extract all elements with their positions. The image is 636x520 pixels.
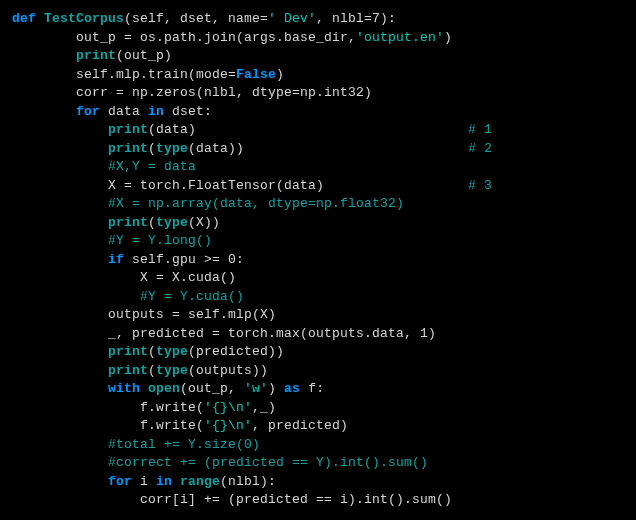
token: X = X.cuda() bbox=[140, 270, 236, 285]
token: dset: bbox=[164, 104, 212, 119]
token: ( bbox=[148, 141, 156, 156]
token: 'output.en' bbox=[356, 30, 444, 45]
token: TestCorpus bbox=[44, 11, 124, 26]
token: ' Dev' bbox=[268, 11, 316, 26]
token: print bbox=[108, 344, 148, 359]
token: corr = np.zeros(nlbl, dtype=np.int32) bbox=[76, 85, 372, 100]
token: self.mlp.train(mode= bbox=[76, 67, 236, 82]
token: f: bbox=[300, 381, 324, 396]
token: (data)) bbox=[188, 141, 244, 156]
token: (out_p, bbox=[180, 381, 244, 396]
token: _, predicted = torch.max(outputs.data, bbox=[108, 326, 420, 341]
token: print bbox=[108, 215, 148, 230]
token: , nlbl= bbox=[316, 11, 372, 26]
token: False bbox=[236, 67, 276, 82]
token: X = torch.FloatTensor(data) bbox=[108, 178, 324, 193]
token: , predicted) bbox=[252, 418, 348, 433]
token: in bbox=[148, 104, 164, 119]
token: range bbox=[180, 474, 220, 489]
token: ): bbox=[380, 11, 396, 26]
token: ) bbox=[276, 67, 284, 82]
token: corr[i] += (predicted == i).int().sum() bbox=[140, 492, 452, 507]
token: for bbox=[76, 104, 100, 119]
token: type bbox=[156, 141, 188, 156]
token: (predicted)) bbox=[188, 344, 284, 359]
token: type bbox=[156, 344, 188, 359]
token: (outputs)) bbox=[188, 363, 268, 378]
token: as bbox=[284, 381, 300, 396]
token: ) bbox=[268, 381, 284, 396]
token: open bbox=[148, 381, 180, 396]
token: in bbox=[156, 474, 172, 489]
token: '{}\n' bbox=[204, 400, 252, 415]
token: self.gpu >= bbox=[124, 252, 228, 267]
token: ) bbox=[444, 30, 452, 45]
token bbox=[172, 474, 180, 489]
trailing-comment: # 3 bbox=[468, 178, 492, 193]
token: #correct += (predicted == Y).int().sum() bbox=[108, 455, 428, 470]
token: (nlbl): bbox=[220, 474, 276, 489]
token: #total += Y.size(0) bbox=[108, 437, 260, 452]
token: print bbox=[108, 141, 148, 156]
token: ( bbox=[148, 363, 156, 378]
token: ,_) bbox=[252, 400, 276, 415]
token bbox=[140, 381, 148, 396]
token: 'w' bbox=[244, 381, 268, 396]
token: #Y = Y.long() bbox=[108, 233, 212, 248]
token: f.write( bbox=[140, 418, 204, 433]
token: : bbox=[236, 252, 244, 267]
token: ) bbox=[428, 326, 436, 341]
trailing-comment: # 2 bbox=[468, 141, 492, 156]
token: with bbox=[108, 381, 140, 396]
token: #X = np.array(data, dtype=np.float32) bbox=[108, 196, 404, 211]
token: (out_p) bbox=[116, 48, 172, 63]
token: #Y = Y.cuda() bbox=[140, 289, 244, 304]
token: type bbox=[156, 215, 188, 230]
token: type bbox=[156, 363, 188, 378]
token: if bbox=[108, 252, 124, 267]
token: print bbox=[108, 122, 148, 137]
token: for bbox=[108, 474, 132, 489]
token: print bbox=[108, 363, 148, 378]
token: f.write( bbox=[140, 400, 204, 415]
token: (data) bbox=[148, 122, 196, 137]
token: outputs = self.mlp(X) bbox=[108, 307, 276, 322]
token: ( bbox=[148, 215, 156, 230]
token: 1 bbox=[420, 326, 428, 341]
trailing-comment: # 1 bbox=[468, 122, 492, 137]
token: (self, dset, name= bbox=[124, 11, 268, 26]
token: i bbox=[132, 474, 156, 489]
token: out_p = os.path.join(args.base_dir, bbox=[76, 30, 356, 45]
token: #X,Y = data bbox=[108, 159, 196, 174]
token: (X)) bbox=[188, 215, 220, 230]
token: def bbox=[12, 11, 44, 26]
token: 0 bbox=[228, 252, 236, 267]
token: '{}\n' bbox=[204, 418, 252, 433]
token: ( bbox=[148, 344, 156, 359]
token: print bbox=[76, 48, 116, 63]
token: 7 bbox=[372, 11, 380, 26]
code-block: def TestCorpus(self, dset, name=' Dev', … bbox=[0, 0, 636, 520]
token: data bbox=[100, 104, 148, 119]
